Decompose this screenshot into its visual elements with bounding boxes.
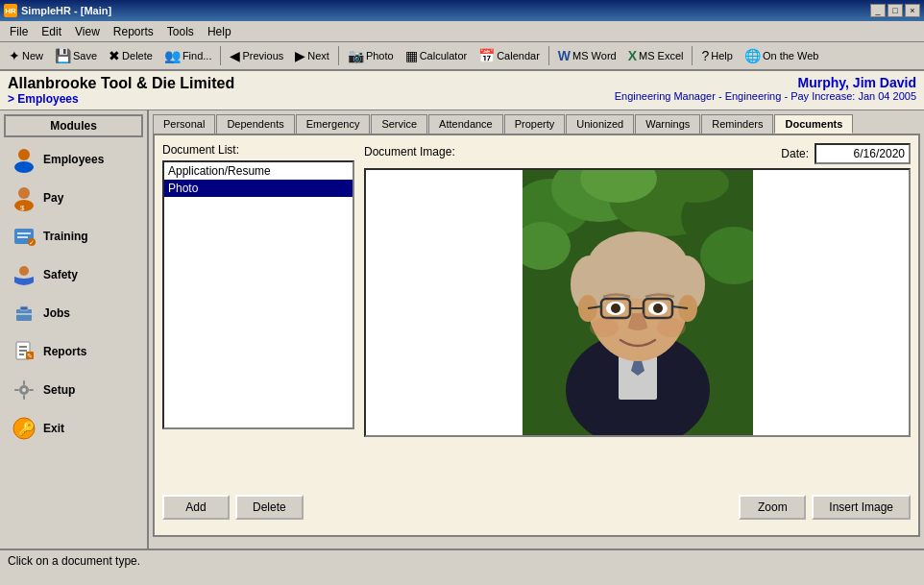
svg-rect-24 bbox=[14, 389, 19, 391]
tab-unionized[interactable]: Unionized bbox=[566, 114, 634, 134]
window-controls: _ □ × bbox=[870, 4, 920, 17]
delete-doc-button[interactable]: Delete bbox=[235, 495, 304, 520]
sidebar-item-employees[interactable]: Employees bbox=[4, 141, 143, 178]
menu-view[interactable]: View bbox=[69, 23, 106, 40]
toolbar-separator-4 bbox=[692, 46, 693, 65]
ms-excel-icon: X bbox=[628, 48, 637, 63]
pay-icon: $ bbox=[11, 184, 37, 211]
svg-rect-25 bbox=[29, 389, 34, 391]
calendar-label: Calendar bbox=[497, 50, 540, 61]
toolbar-separator-3 bbox=[548, 46, 549, 65]
close-button[interactable]: × bbox=[905, 4, 920, 17]
svg-point-57 bbox=[653, 304, 663, 313]
toolbar-separator-1 bbox=[220, 46, 221, 65]
sidebar-item-training[interactable]: ✓ Training bbox=[4, 218, 143, 255]
photo-label: Photo bbox=[366, 50, 394, 61]
title-bar: HR SimpleHR - [Main] _ □ × bbox=[0, 0, 924, 21]
status-text: Click on a document type. bbox=[8, 554, 140, 568]
save-icon: 💾 bbox=[55, 48, 71, 63]
svg-point-59 bbox=[657, 318, 686, 337]
tab-emergency[interactable]: Emergency bbox=[296, 114, 371, 134]
help-label: Help bbox=[711, 50, 733, 61]
photo-button[interactable]: 📷 Photo bbox=[343, 45, 399, 66]
svg-point-56 bbox=[611, 304, 620, 313]
previous-icon: ◀ bbox=[230, 48, 240, 63]
minimize-button[interactable]: _ bbox=[870, 4, 886, 17]
setup-label: Setup bbox=[43, 383, 75, 397]
next-button[interactable]: ▶ Next bbox=[290, 45, 334, 66]
svg-point-2 bbox=[18, 187, 30, 199]
date-field[interactable]: 6/16/2020 bbox=[815, 143, 911, 164]
toolbar-separator-2 bbox=[338, 46, 339, 65]
find-icon: 👥 bbox=[164, 48, 181, 63]
previous-button[interactable]: ◀ Previous bbox=[225, 45, 288, 66]
tab-personal[interactable]: Personal bbox=[153, 114, 215, 134]
sidebar-item-exit[interactable]: 🔑 Exit bbox=[4, 410, 143, 447]
setup-icon bbox=[11, 377, 37, 403]
tab-attendance[interactable]: Attendance bbox=[428, 114, 503, 134]
new-button[interactable]: ✦ New bbox=[4, 45, 48, 66]
document-list-label: Document List: bbox=[162, 143, 354, 157]
safety-icon bbox=[11, 261, 37, 288]
sidebar-item-reports[interactable]: ✎ Reports bbox=[4, 333, 143, 370]
sidebar-item-setup[interactable]: Setup bbox=[4, 372, 143, 408]
doc-photo[interactable]: Photo bbox=[164, 180, 353, 197]
tab-service[interactable]: Service bbox=[371, 114, 427, 134]
exit-label: Exit bbox=[43, 422, 64, 435]
exit-icon: 🔑 bbox=[11, 415, 37, 442]
restore-button[interactable]: □ bbox=[888, 4, 903, 17]
document-image-section: Document Image: Date: 6/16/2020 bbox=[364, 143, 911, 489]
safety-label: Safety bbox=[43, 268, 78, 281]
svg-text:✓: ✓ bbox=[29, 239, 35, 246]
menu-tools[interactable]: Tools bbox=[161, 23, 200, 40]
document-image-box bbox=[364, 168, 911, 437]
web-icon: 🌐 bbox=[744, 48, 761, 63]
img-buttons: Zoom Insert Image bbox=[739, 495, 911, 520]
delete-button[interactable]: ✖ Delete bbox=[104, 45, 158, 66]
breadcrumb[interactable]: > Employees bbox=[8, 92, 234, 106]
help-button[interactable]: ? Help bbox=[696, 45, 737, 66]
calculator-label: Calculator bbox=[420, 50, 468, 61]
menu-edit[interactable]: Edit bbox=[36, 23, 67, 40]
ms-excel-label: MS Excel bbox=[639, 50, 683, 61]
sidebar-item-pay[interactable]: $ Pay bbox=[4, 180, 143, 216]
find-label: Find... bbox=[182, 50, 212, 61]
toolbar: ✦ New 💾 Save ✖ Delete 👥 Find... ◀ Previo… bbox=[0, 42, 924, 71]
menu-help[interactable]: Help bbox=[202, 23, 237, 40]
calculator-button[interactable]: ▦ Calculator bbox=[401, 45, 473, 66]
svg-rect-23 bbox=[23, 395, 25, 400]
ms-word-button[interactable]: W MS Word bbox=[553, 45, 621, 66]
find-button[interactable]: 👥 Find... bbox=[159, 45, 217, 66]
menu-bar: File Edit View Reports Tools Help bbox=[0, 21, 924, 42]
zoom-button[interactable]: Zoom bbox=[739, 495, 806, 520]
new-icon: ✦ bbox=[9, 48, 20, 63]
sidebar-item-jobs[interactable]: Jobs bbox=[4, 295, 143, 331]
svg-point-0 bbox=[18, 149, 30, 160]
tab-documents[interactable]: Documents bbox=[774, 114, 853, 134]
tab-dependents[interactable]: Dependents bbox=[216, 114, 294, 134]
menu-file[interactable]: File bbox=[4, 23, 34, 40]
ms-excel-button[interactable]: X MS Excel bbox=[623, 45, 689, 66]
main-content: Modules Employees $ Pay bbox=[0, 110, 924, 548]
add-button[interactable]: Add bbox=[162, 495, 230, 520]
doc-application[interactable]: Application/Resume bbox=[164, 162, 353, 180]
tab-reminders[interactable]: Reminders bbox=[701, 114, 773, 134]
training-label: Training bbox=[43, 230, 88, 243]
document-area: Document List: Application/Resume Photo … bbox=[162, 143, 911, 489]
menu-reports[interactable]: Reports bbox=[108, 23, 159, 40]
insert-image-button[interactable]: Insert Image bbox=[812, 495, 911, 520]
sidebar-item-safety[interactable]: Safety bbox=[4, 256, 143, 293]
save-label: Save bbox=[73, 50, 97, 61]
tab-property[interactable]: Property bbox=[504, 114, 566, 134]
svg-rect-11 bbox=[16, 309, 32, 321]
next-label: Next bbox=[307, 50, 329, 61]
svg-text:🔑: 🔑 bbox=[18, 421, 36, 437]
tab-warnings[interactable]: Warnings bbox=[635, 114, 700, 134]
calendar-button[interactable]: 📅 Calendar bbox=[474, 45, 545, 66]
document-list[interactable]: Application/Resume Photo bbox=[162, 160, 354, 429]
help-icon: ? bbox=[701, 48, 709, 63]
tab-content-documents: Document List: Application/Resume Photo … bbox=[153, 134, 920, 537]
reports-icon: ✎ bbox=[11, 338, 37, 365]
on-the-web-button[interactable]: 🌐 On the Web bbox=[740, 45, 824, 66]
save-button[interactable]: 💾 Save bbox=[50, 45, 102, 66]
